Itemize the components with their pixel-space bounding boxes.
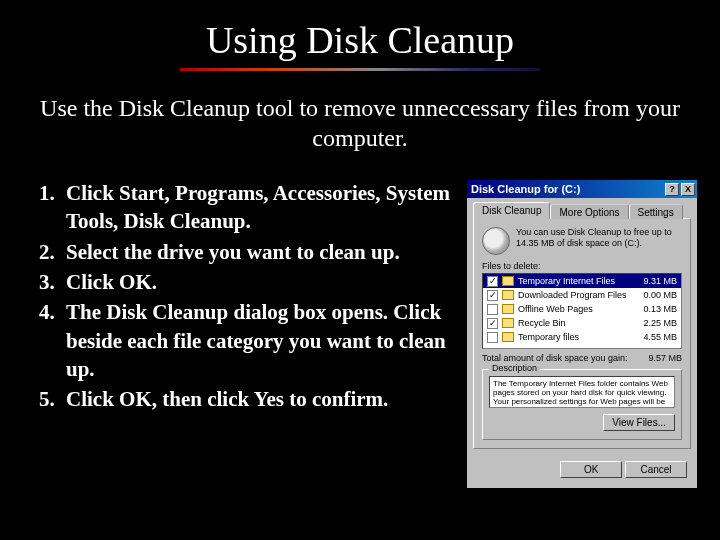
description-group: Description The Temporary Internet Files… bbox=[482, 369, 682, 440]
description-text: The Temporary Internet Files folder cont… bbox=[489, 376, 675, 408]
folder-icon bbox=[502, 290, 514, 300]
dialog-titlebar[interactable]: Disk Cleanup for (C:) ? X bbox=[467, 180, 697, 198]
tab-panel: You can use Disk Cleanup to free up to 1… bbox=[473, 218, 691, 449]
file-item-size: 0.00 MB bbox=[643, 290, 677, 300]
file-item-temporary-internet-files[interactable]: ✓ Temporary Internet Files 9.31 MB bbox=[483, 274, 681, 288]
disk-icon bbox=[482, 227, 510, 255]
file-item-offline-web-pages[interactable]: Offline Web Pages 0.13 MB bbox=[483, 302, 681, 316]
file-item-size: 0.13 MB bbox=[643, 304, 677, 314]
page-title: Using Disk Cleanup bbox=[0, 18, 720, 62]
title-divider bbox=[180, 68, 540, 71]
file-item-size: 4.55 MB bbox=[643, 332, 677, 342]
step-4: The Disk Cleanup dialog box opens. Click… bbox=[60, 298, 456, 383]
content-area: Click Start, Programs, Accessories, Syst… bbox=[0, 179, 720, 489]
file-item-size: 2.25 MB bbox=[643, 318, 677, 328]
folder-icon bbox=[502, 304, 514, 314]
file-item-name: Temporary files bbox=[518, 332, 639, 342]
close-button[interactable]: X bbox=[681, 183, 695, 196]
file-item-recycle-bin[interactable]: ✓ Recycle Bin 2.25 MB bbox=[483, 316, 681, 330]
checkbox-icon[interactable]: ✓ bbox=[487, 290, 498, 301]
folder-icon bbox=[502, 318, 514, 328]
files-listbox[interactable]: ✓ Temporary Internet Files 9.31 MB ✓ Dow… bbox=[482, 273, 682, 349]
file-item-name: Recycle Bin bbox=[518, 318, 639, 328]
file-item-size: 9.31 MB bbox=[643, 276, 677, 286]
dialog-tabs: Disk Cleanup More Options Settings bbox=[467, 198, 697, 219]
subtitle: Use the Disk Cleanup tool to remove unne… bbox=[34, 93, 686, 153]
checkbox-icon[interactable]: ✓ bbox=[487, 276, 498, 287]
dialog-title: Disk Cleanup for (C:) bbox=[471, 183, 580, 195]
files-to-delete-label: Files to delete: bbox=[482, 261, 682, 271]
tab-settings[interactable]: Settings bbox=[629, 204, 683, 219]
tab-more-options[interactable]: More Options bbox=[550, 204, 628, 219]
intro-text: You can use Disk Cleanup to free up to 1… bbox=[516, 227, 682, 249]
file-item-name: Downloaded Program Files bbox=[518, 290, 639, 300]
folder-icon bbox=[502, 276, 514, 286]
intro-row: You can use Disk Cleanup to free up to 1… bbox=[482, 227, 682, 255]
file-item-downloaded-program-files[interactable]: ✓ Downloaded Program Files 0.00 MB bbox=[483, 288, 681, 302]
total-label: Total amount of disk space you gain: bbox=[482, 353, 648, 363]
step-3: Click OK. bbox=[60, 268, 456, 296]
file-item-temporary-files[interactable]: Temporary files 4.55 MB bbox=[483, 330, 681, 344]
checkbox-icon[interactable] bbox=[487, 304, 498, 315]
step-5: Click OK, then click Yes to confirm. bbox=[60, 385, 456, 413]
total-row: Total amount of disk space you gain: 9.5… bbox=[482, 353, 682, 363]
file-item-name: Offline Web Pages bbox=[518, 304, 639, 314]
folder-icon bbox=[502, 332, 514, 342]
file-item-name: Temporary Internet Files bbox=[518, 276, 639, 286]
checkbox-icon[interactable] bbox=[487, 332, 498, 343]
total-value: 9.57 MB bbox=[648, 353, 682, 363]
tab-disk-cleanup[interactable]: Disk Cleanup bbox=[473, 202, 550, 219]
description-legend: Description bbox=[489, 363, 540, 373]
cancel-button[interactable]: Cancel bbox=[625, 461, 687, 478]
ok-button[interactable]: OK bbox=[560, 461, 622, 478]
step-2: Select the drive you want to clean up. bbox=[60, 238, 456, 266]
dialog-footer: OK Cancel bbox=[467, 455, 697, 488]
disk-cleanup-dialog: Disk Cleanup for (C:) ? X Disk Cleanup M… bbox=[466, 179, 698, 489]
view-files-button[interactable]: View Files... bbox=[603, 414, 675, 431]
step-1: Click Start, Programs, Accessories, Syst… bbox=[60, 179, 456, 236]
help-button[interactable]: ? bbox=[665, 183, 679, 196]
checkbox-icon[interactable]: ✓ bbox=[487, 318, 498, 329]
instruction-steps: Click Start, Programs, Accessories, Syst… bbox=[26, 179, 456, 489]
